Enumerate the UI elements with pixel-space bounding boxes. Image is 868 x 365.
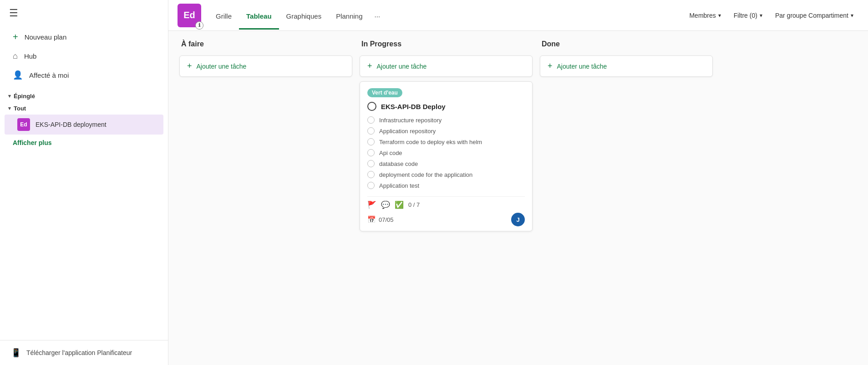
- add-task-label-done: Ajouter une tâche: [557, 63, 607, 70]
- checklist-text-5: database code: [379, 160, 418, 167]
- afficher-plus-link[interactable]: Afficher plus: [0, 135, 168, 150]
- top-bar-actions: Membres ▾ Filtre (0) ▾ Par groupe Compar…: [684, 9, 859, 22]
- checklist-text-6: deployment code for the application: [379, 171, 472, 178]
- checklist-circle-6[interactable]: [367, 171, 375, 178]
- date-badge: 📅 07/05: [367, 215, 394, 224]
- sidebar-label-affecte: Affecté à moi: [29, 71, 69, 79]
- membres-chevron-icon: ▾: [718, 12, 721, 19]
- tabs-nav: Grille Tableau Graphiques Planning ···: [208, 2, 385, 29]
- checklist-circle-5[interactable]: [367, 160, 375, 167]
- filtre-chevron-icon: ▾: [760, 12, 762, 19]
- checklist-text-2: Application repository: [379, 128, 436, 135]
- checklist-circle-1[interactable]: [367, 116, 375, 124]
- column-title-a-faire: À faire: [179, 40, 352, 51]
- column-in-progress: In Progress + Ajouter une tâche Vert d'e…: [360, 40, 533, 231]
- check-circle-icon: ✅: [395, 200, 404, 209]
- checklist-circle-4[interactable]: [367, 149, 375, 156]
- sidebar-nav: + Nouveau plan ⌂ Hub 👤 Affecté à moi: [0, 23, 168, 89]
- task-title-row: EKS-API-DB Deploy: [367, 102, 525, 111]
- add-task-plus-icon-3: +: [548, 61, 553, 71]
- add-task-label-a-faire: Ajouter une tâche: [197, 63, 247, 70]
- top-bar: Ed ℹ Grille Tableau Graphiques Planning …: [168, 0, 868, 31]
- logo-text: Ed: [183, 10, 195, 20]
- sidebar-header: ☰: [0, 0, 168, 23]
- plan-name: EKS-API-DB deployment: [36, 121, 107, 128]
- filtre-label: Filtre (0): [734, 12, 757, 19]
- checklist-item-6: deployment code for the application: [367, 169, 525, 180]
- sidebar-label-nouveau-plan: Nouveau plan: [25, 33, 67, 41]
- checklist-text-4: Api code: [379, 150, 402, 156]
- filtre-button[interactable]: Filtre (0) ▾: [728, 9, 768, 22]
- tab-tableau[interactable]: Tableau: [239, 2, 279, 30]
- tab-more[interactable]: ···: [370, 2, 385, 28]
- tab-graphiques[interactable]: Graphiques: [279, 2, 329, 30]
- tout-section[interactable]: ▾ Tout: [0, 101, 168, 114]
- add-task-done[interactable]: + Ajouter une tâche: [540, 55, 713, 77]
- add-task-label-in-progress: Ajouter une tâche: [377, 63, 427, 70]
- flag-icon: 🚩: [367, 200, 376, 209]
- task-label-badge: Vert d'eau: [367, 88, 402, 97]
- phone-icon: 📱: [11, 348, 21, 358]
- plus-icon: +: [13, 32, 18, 42]
- info-badge[interactable]: ℹ: [195, 21, 203, 30]
- add-task-plus-icon: +: [187, 61, 192, 71]
- task-card-eks[interactable]: Vert d'eau EKS-API-DB Deploy Infrastruct…: [360, 81, 533, 231]
- sidebar-footer[interactable]: 📱 Télécharger l'application Planificateu…: [0, 340, 168, 365]
- tab-grille[interactable]: Grille: [208, 2, 239, 30]
- checklist-text-3: Terraform code to deploy eks with helm: [379, 139, 482, 145]
- plan-avatar: Ed: [17, 118, 30, 131]
- board: À faire + Ajouter une tâche In Progress …: [168, 31, 868, 365]
- comment-icon: 💬: [381, 200, 390, 209]
- sidebar-item-hub[interactable]: ⌂ Hub: [0, 47, 168, 65]
- sidebar-item-affecte[interactable]: 👤 Affecté à moi: [0, 65, 168, 85]
- checklist-count: 0 / 7: [408, 201, 420, 208]
- sidebar: ☰ + Nouveau plan ⌂ Hub 👤 Affecté à moi ▾…: [0, 0, 168, 365]
- membres-button[interactable]: Membres ▾: [684, 9, 726, 22]
- membres-label: Membres: [689, 12, 716, 19]
- column-title-in-progress: In Progress: [360, 40, 533, 51]
- par-groupe-button[interactable]: Par groupe Compartiment ▾: [770, 9, 859, 22]
- chevron-epingle-icon: ▾: [8, 93, 11, 99]
- add-task-a-faire[interactable]: + Ajouter une tâche: [179, 55, 352, 77]
- epingle-label: Épinglé: [14, 93, 35, 100]
- column-a-faire: À faire + Ajouter une tâche: [179, 40, 352, 77]
- footer-label: Télécharger l'application Planificateur: [26, 349, 132, 356]
- checklist-text-1: Infrastructure repository: [379, 117, 442, 124]
- add-task-plus-icon-2: +: [367, 61, 372, 71]
- par-groupe-chevron-icon: ▾: [851, 12, 853, 19]
- task-footer: 🚩 💬 ✅ 0 / 7: [367, 196, 525, 209]
- checklist-item-3: Terraform code to deploy eks with helm: [367, 136, 525, 147]
- checklist-item-4: Api code: [367, 147, 525, 158]
- main-content: Ed ℹ Grille Tableau Graphiques Planning …: [168, 0, 868, 365]
- person-icon: 👤: [13, 70, 23, 80]
- column-done: Done + Ajouter une tâche: [540, 40, 713, 77]
- task-date: 07/05: [379, 216, 394, 223]
- add-task-in-progress[interactable]: + Ajouter une tâche: [360, 55, 533, 77]
- checklist-item-5: database code: [367, 158, 525, 169]
- column-title-done: Done: [540, 40, 713, 51]
- par-groupe-label: Par groupe Compartiment: [775, 12, 848, 19]
- checklist-circle-3[interactable]: [367, 138, 375, 145]
- checklist-text-7: Application test: [379, 182, 419, 189]
- chevron-tout-icon: ▾: [8, 105, 11, 111]
- hamburger-menu[interactable]: ☰: [9, 7, 18, 19]
- plan-item-eks[interactable]: Ed EKS-API-DB deployment: [5, 115, 163, 135]
- task-title: EKS-API-DB Deploy: [381, 103, 446, 110]
- assignee-avatar: J: [511, 213, 525, 226]
- tout-label: Tout: [14, 105, 26, 112]
- checklist-item-7: Application test: [367, 180, 525, 191]
- checklist-circle-2[interactable]: [367, 127, 375, 135]
- sidebar-item-nouveau-plan[interactable]: + Nouveau plan: [0, 27, 168, 47]
- sidebar-label-hub: Hub: [24, 52, 37, 60]
- checklist-item-1: Infrastructure repository: [367, 115, 525, 125]
- home-icon: ⌂: [13, 51, 18, 61]
- checklist-item-2: Application repository: [367, 125, 525, 136]
- calendar-icon: 📅: [367, 215, 376, 224]
- task-date-row: 📅 07/05 J: [367, 213, 525, 226]
- tab-planning[interactable]: Planning: [329, 2, 370, 30]
- checklist-circle-7[interactable]: [367, 182, 375, 189]
- plan-logo: Ed ℹ: [178, 4, 201, 27]
- epingle-section[interactable]: ▾ Épinglé: [0, 89, 168, 101]
- task-status-circle[interactable]: [367, 102, 376, 111]
